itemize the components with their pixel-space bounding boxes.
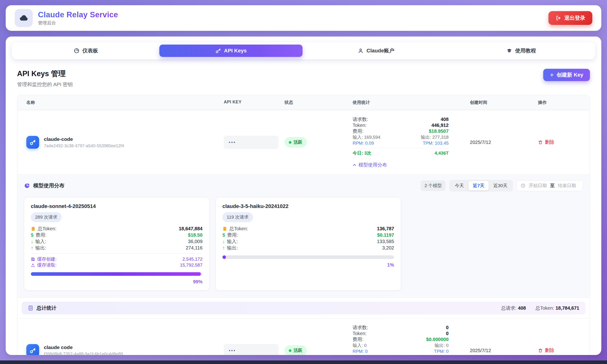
dollar-icon: $ bbox=[31, 232, 33, 238]
tpm-value: TPM: 0 bbox=[434, 348, 449, 354]
toggle-label: 模型使用分布 bbox=[359, 162, 387, 168]
arrow-up-icon: ↑ bbox=[222, 245, 225, 251]
tab-label: 使用教程 bbox=[515, 47, 536, 54]
start-date-placeholder[interactable]: 开始日期 bbox=[529, 182, 547, 189]
graduation-cap-icon bbox=[506, 48, 512, 53]
range-30d[interactable]: 近30天 bbox=[489, 181, 512, 190]
delete-label: 删除 bbox=[545, 347, 554, 353]
col-header-status: 状态 bbox=[275, 95, 344, 110]
tab-claude-account[interactable]: Claude账户 bbox=[304, 45, 448, 57]
total-requests-value: 408 bbox=[518, 305, 526, 311]
tab-dashboard[interactable]: 仪表板 bbox=[14, 45, 157, 57]
app-header: Claude Relay Service 管理后台 退出登录 bbox=[6, 5, 601, 31]
totals-summary-bar: 总计统计 总请求:408 总Token:18,784,671 bbox=[22, 302, 585, 314]
api-key-mask[interactable]: ••• bbox=[224, 344, 278, 355]
coins-icon bbox=[31, 226, 36, 231]
cost-label: 费用: bbox=[353, 337, 363, 342]
trash-icon bbox=[538, 348, 543, 353]
api-key-id: f398d8b8-7352-4a88-9a1f-6b1e0c4d8e89 bbox=[44, 352, 123, 355]
arrow-down-icon: ↓ bbox=[222, 238, 225, 245]
cost-label: 费用: bbox=[36, 232, 46, 238]
status-label: 活跃 bbox=[294, 347, 303, 353]
cost-value: $18.9507 bbox=[429, 128, 448, 134]
range-segmented-control: 今天 近7天 近30天 bbox=[449, 180, 513, 192]
page-subtitle: 管理和监控您的 API 密钥 bbox=[17, 81, 73, 88]
page-title: API Keys 管理 bbox=[17, 69, 73, 79]
api-key-name: claude code bbox=[44, 345, 123, 350]
output-label: 输出: bbox=[227, 245, 238, 251]
total-tokens-value: 18,784,671 bbox=[555, 305, 579, 311]
input-label: 输入: bbox=[35, 238, 46, 245]
model-card-haiku: claude-3-5-haiku-20241022 119 次请求 总Token… bbox=[216, 197, 401, 290]
api-key-mask[interactable]: ••• bbox=[224, 136, 278, 149]
tab-tutorial[interactable]: 使用教程 bbox=[450, 45, 593, 57]
total-tokens: 总Token:18,784,671 bbox=[535, 305, 579, 311]
tab-label: 仪表板 bbox=[82, 47, 98, 54]
total-token-value: 136,787 bbox=[377, 225, 394, 232]
model-name: claude-3-5-haiku-20241022 bbox=[222, 203, 394, 209]
cost-label: 费用: bbox=[227, 232, 238, 238]
date-separator: 至 bbox=[550, 182, 555, 189]
status-badge: 活跃 bbox=[284, 137, 307, 147]
usage-progress-track bbox=[31, 272, 203, 276]
logout-button[interactable]: 退出登录 bbox=[548, 11, 592, 25]
total-token-value: 18,647,884 bbox=[179, 225, 203, 232]
totals-title: 总计统计 bbox=[37, 305, 56, 311]
key-avatar-icon bbox=[26, 344, 39, 355]
cost-value: $18.50 bbox=[188, 232, 203, 238]
usage-stats: 请求数:0 Token:0 费用:$0.000000 输入: 0输出: 0 RP… bbox=[344, 318, 461, 355]
key-icon bbox=[215, 48, 221, 53]
brand: Claude Relay Service 管理后台 bbox=[15, 9, 118, 27]
cloud-logo-icon bbox=[15, 9, 33, 27]
range-today[interactable]: 今天 bbox=[451, 181, 468, 190]
input-label: 输入: bbox=[227, 238, 238, 245]
col-header-actions: 操作 bbox=[529, 95, 590, 110]
requests-value: 0 bbox=[446, 325, 449, 331]
delete-button[interactable]: 删除 bbox=[538, 139, 554, 145]
logout-label: 退出登录 bbox=[564, 14, 585, 22]
input-value: 133,585 bbox=[377, 238, 394, 245]
requests-value: 408 bbox=[440, 117, 448, 122]
tokens-value: 0 bbox=[446, 331, 449, 337]
model-requests-badge: 119 次请求 bbox=[222, 212, 253, 222]
pie-chart-icon bbox=[24, 182, 30, 189]
gauge-icon bbox=[74, 48, 79, 53]
arrow-up-icon: ↑ bbox=[31, 245, 33, 251]
total-requests-label: 总请求: bbox=[501, 305, 517, 311]
tab-bar: 仪表板 API Keys Claude账户 使用教程 bbox=[12, 42, 595, 59]
create-key-button[interactable]: + 创建新 Key bbox=[543, 69, 590, 81]
cost-label: 费用: bbox=[353, 128, 363, 134]
created-date: 2025/7/12 bbox=[461, 348, 529, 353]
col-header-created: 创建时间 bbox=[461, 95, 529, 110]
created-date: 2025/7/12 bbox=[461, 140, 529, 145]
range-7d[interactable]: 近7天 bbox=[468, 181, 489, 190]
output-value: 3,202 bbox=[382, 245, 394, 251]
status-dot bbox=[289, 141, 291, 144]
status-label: 活跃 bbox=[294, 139, 303, 145]
usage-progress-track bbox=[222, 255, 394, 259]
bottom-edge-strip bbox=[0, 360, 607, 364]
tab-label: Claude账户 bbox=[367, 47, 394, 54]
end-date-placeholder[interactable]: 结束日期 bbox=[558, 182, 576, 189]
user-icon bbox=[358, 48, 363, 53]
date-range-picker[interactable]: 开始日期 至 结束日期 bbox=[517, 180, 583, 191]
table-row-claude-code-2: claude code f398d8b8-7352-4a88-9a1f-6b1e… bbox=[17, 318, 590, 355]
table-header-row: 名称 API KEY 状态 使用统计 创建时间 操作 bbox=[17, 95, 590, 110]
output-label: 输出: bbox=[35, 245, 46, 251]
app-subtitle: 管理后台 bbox=[38, 20, 118, 26]
cost-value: $0.1197 bbox=[377, 232, 394, 238]
model-card-sonnet: claude-sonnet-4-20250514 289 次请求 总Token:… bbox=[24, 197, 209, 290]
toggle-model-distribution[interactable]: 模型使用分布 bbox=[353, 162, 449, 168]
col-header-apikey: API KEY bbox=[215, 95, 275, 110]
tab-api-keys[interactable]: API Keys bbox=[159, 45, 303, 57]
app-title: Claude Relay Service bbox=[38, 10, 118, 19]
input-value: 输入: 169,594 bbox=[353, 134, 380, 140]
table-row-claude-code: claude-code 7a4e2492-3c38-4797-a540-5539… bbox=[17, 110, 590, 174]
create-key-label: 创建新 Key bbox=[557, 71, 583, 78]
api-keys-table: 名称 API KEY 状态 使用统计 创建时间 操作 claude-code 7… bbox=[17, 95, 590, 355]
output-value: 274,116 bbox=[186, 245, 203, 251]
requests-label: 请求数: bbox=[353, 325, 368, 331]
tab-label: API Keys bbox=[224, 48, 246, 54]
delete-button[interactable]: 删除 bbox=[538, 347, 554, 353]
usage-percent: 1% bbox=[222, 262, 394, 268]
